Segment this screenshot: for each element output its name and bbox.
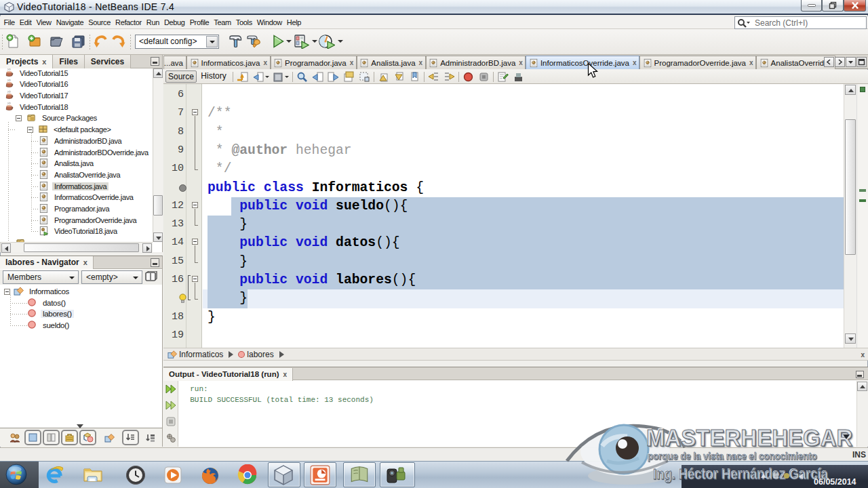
rect-select-button[interactable] <box>359 71 370 83</box>
rerun-diff-button[interactable] <box>165 400 176 411</box>
show-non-public-button[interactable] <box>103 432 117 444</box>
stop-button[interactable] <box>165 416 176 427</box>
show-static-button[interactable] <box>43 430 60 445</box>
firefox-taskbar-icon[interactable] <box>199 464 221 486</box>
editor-tab-informaticos-java[interactable]: Informaticos.javax <box>186 56 271 69</box>
scrollbar-thumb[interactable] <box>153 195 163 216</box>
navigator-item-labores-[interactable]: labores() <box>0 308 74 319</box>
output-vscrollbar[interactable] <box>856 381 868 447</box>
projects-hscrollbar[interactable] <box>0 242 153 252</box>
back-dropdown-icon[interactable] <box>265 76 269 78</box>
menu-window[interactable]: Window <box>254 16 284 29</box>
scroll-up-button[interactable] <box>857 382 867 391</box>
toggle-bookmark-button[interactable] <box>409 71 420 83</box>
editor-tab-analista-java[interactable]: Analista.javax <box>357 56 426 69</box>
internet-explorer-taskbar-icon[interactable] <box>43 464 65 486</box>
powerpoint-taskbar-icon[interactable] <box>309 464 331 486</box>
tree-item-programador-java[interactable]: Programador.java <box>0 203 111 214</box>
close-icon[interactable]: x <box>263 59 267 66</box>
new-file-button[interactable] <box>5 34 20 49</box>
scroll-tabs-left-button[interactable] <box>824 57 834 67</box>
menu-file[interactable]: File <box>1 16 17 29</box>
editor-tab-administradorbd-java[interactable]: AdministradorBD.javax <box>426 56 526 69</box>
tree-item-administradorbdoverride-java[interactable]: AdministradorBDOverride.java <box>0 147 151 158</box>
collapse-icon[interactable] <box>27 127 33 133</box>
find-next-button[interactable] <box>328 71 339 83</box>
chevron-down-icon[interactable] <box>206 36 218 47</box>
show-fields-button[interactable] <box>24 430 41 445</box>
sort-by-source-button[interactable] <box>144 432 157 444</box>
menu-view[interactable]: View <box>34 16 54 29</box>
close-icon[interactable]: x <box>633 59 637 66</box>
source-view-button[interactable]: Source <box>165 70 197 83</box>
panel-tab-services[interactable]: Services <box>85 55 131 68</box>
build-button[interactable] <box>228 34 243 49</box>
editor-tab-programador-java[interactable]: Programador.javax <box>271 56 357 69</box>
minimize-panel-icon[interactable] <box>151 57 159 66</box>
navigator-item-datos-[interactable]: datos() <box>0 298 68 308</box>
scroll-down-button[interactable] <box>153 232 163 242</box>
panel-tab-projects[interactable]: Projectsx <box>0 55 53 68</box>
shift-right-button[interactable] <box>443 71 455 83</box>
menu-edit[interactable]: Edit <box>17 16 34 29</box>
tray-show-hidden-icon[interactable] <box>761 474 766 478</box>
close-icon[interactable]: x <box>861 351 865 359</box>
clean-build-button[interactable] <box>246 34 261 49</box>
scrollbar-thumb[interactable] <box>845 119 856 255</box>
history-view-button[interactable]: History <box>199 70 229 83</box>
chrome-taskbar-icon[interactable] <box>237 464 258 486</box>
config-dropdown[interactable]: <default config> <box>135 35 219 49</box>
minimize-panel-icon[interactable] <box>151 258 159 267</box>
forward-dropdown-icon[interactable] <box>285 76 289 78</box>
tree-item--default-package-[interactable]: <default package> <box>0 124 113 135</box>
editor-tab-overflow[interactable]: ...ava <box>163 56 186 69</box>
output-tab[interactable]: Output - VideoTutorial18 (run)x <box>163 368 293 381</box>
menu-profile[interactable]: Profile <box>187 16 212 29</box>
tray-icon[interactable] <box>773 473 778 479</box>
close-icon[interactable]: x <box>519 59 523 66</box>
scroll-right-button[interactable] <box>142 243 152 253</box>
navigator-item-informaticos[interactable]: Informaticos <box>0 286 71 297</box>
editor-tab-programadoroverride-java[interactable]: ProgramadorOverride.javax <box>639 56 756 69</box>
scrollbar-thumb[interactable] <box>24 243 139 252</box>
fold-collapse-icon[interactable] <box>192 109 198 115</box>
new-project-button[interactable] <box>27 34 42 49</box>
error-stripe[interactable] <box>856 84 868 348</box>
tree-item-videotutorial18-java[interactable]: VideoTutorial18.java <box>0 226 119 237</box>
scroll-down-button[interactable] <box>845 333 856 344</box>
scroll-tabs-right-button[interactable] <box>835 57 845 67</box>
debug-button[interactable] <box>293 34 308 49</box>
close-icon[interactable]: x <box>350 59 354 66</box>
members-dropdown[interactable]: Members <box>3 270 79 284</box>
editor-tab-informaticosoverride-java[interactable]: InformaticosOverride.javax <box>526 56 639 69</box>
menu-tools[interactable]: Tools <box>233 16 254 29</box>
run-button[interactable] <box>271 34 286 49</box>
redo-button[interactable] <box>111 34 126 49</box>
tree-item-analistaoverride-java[interactable]: AnalistaOverride.java <box>0 169 122 180</box>
comment-button[interactable] <box>497 71 509 83</box>
profile-button[interactable] <box>319 34 334 49</box>
menu-navigate[interactable]: Navigate <box>54 16 86 29</box>
start-button[interactable] <box>5 464 27 485</box>
forward-button[interactable] <box>272 71 283 83</box>
menu-team[interactable]: Team <box>212 16 234 29</box>
profile-dropdown-icon[interactable] <box>338 40 343 43</box>
menu-help[interactable]: Help <box>284 16 303 29</box>
run-dropdown-icon[interactable] <box>286 40 292 43</box>
code-editor[interactable]: /** * * @author hehegar */public class I… <box>163 84 868 348</box>
save-all-button[interactable] <box>71 34 85 49</box>
scroll-up-button[interactable] <box>845 85 856 95</box>
uncomment-button[interactable] <box>513 71 524 83</box>
close-icon[interactable]: x <box>83 258 87 266</box>
minimize-output-icon[interactable] <box>856 371 864 378</box>
shift-left-button[interactable] <box>428 71 439 83</box>
tree-item-informaticosoverride-java[interactable]: InformaticosOverride.java <box>0 192 136 203</box>
tray-arrow-icon[interactable] <box>799 474 803 479</box>
tree-item-analista-java[interactable]: Analista.java <box>0 158 96 169</box>
maximize-editor-button[interactable] <box>856 57 867 67</box>
next-bookmark-button[interactable] <box>393 71 405 83</box>
navigator-item-sueldo-[interactable]: sueldo() <box>0 320 71 331</box>
tree-item[interactable] <box>0 237 29 242</box>
rerun-button[interactable] <box>165 384 176 394</box>
show-inner-classes-button[interactable] <box>79 430 96 445</box>
